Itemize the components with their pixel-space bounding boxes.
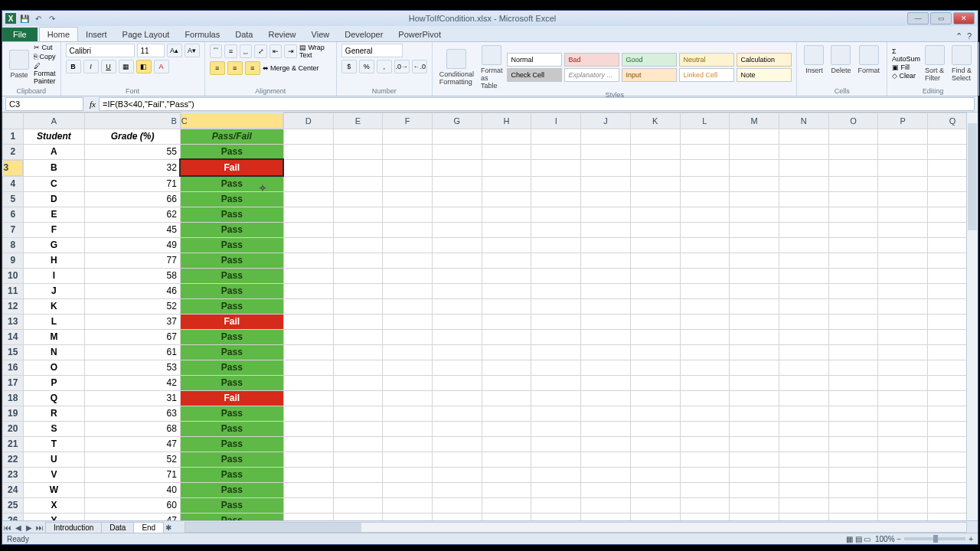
conditional-formatting-button[interactable]: Conditional Formatting	[437, 47, 476, 87]
cell-O22[interactable]	[828, 452, 878, 467]
cell-L24[interactable]	[680, 482, 730, 497]
cell-I2[interactable]	[531, 144, 581, 159]
cell-E1[interactable]	[333, 129, 383, 144]
align-left-icon[interactable]: ≡	[210, 61, 225, 75]
cell-H4[interactable]	[482, 176, 531, 191]
sheet-nav-next-icon[interactable]: ▶	[24, 523, 34, 532]
tab-page-layout[interactable]: Page Layout	[115, 28, 178, 41]
cell-P20[interactable]	[878, 421, 928, 436]
cell-P25[interactable]	[878, 497, 928, 513]
horizontal-scroll-thumb[interactable]	[185, 523, 361, 532]
cell-K15[interactable]	[630, 344, 680, 360]
cell-I11[interactable]	[531, 283, 581, 298]
cell-H21[interactable]	[482, 436, 531, 452]
cell-B5[interactable]: 66	[85, 191, 181, 207]
cell-E6[interactable]	[333, 207, 383, 222]
cell-D13[interactable]	[283, 314, 333, 329]
cell-P4[interactable]	[878, 176, 928, 191]
cell-A2[interactable]: A	[23, 144, 85, 159]
cell-L17[interactable]	[680, 375, 730, 390]
format-cells-button[interactable]: Format	[855, 44, 882, 76]
cell-H9[interactable]	[482, 253, 531, 268]
cell-A16[interactable]: O	[23, 360, 85, 375]
style-explanatory[interactable]: Explanatory ...	[564, 68, 619, 82]
cell-K14[interactable]	[630, 329, 680, 344]
insert-cells-button[interactable]: Insert	[802, 44, 826, 76]
cell-C10[interactable]: Pass	[180, 268, 283, 283]
cell-C1[interactable]: Pass/Fail	[180, 129, 283, 144]
cell-N1[interactable]	[779, 129, 828, 144]
cell-N16[interactable]	[779, 360, 828, 375]
zoom-slider[interactable]	[904, 537, 965, 540]
cell-C12[interactable]: Pass	[180, 298, 283, 314]
align-right-icon[interactable]: ≡	[245, 61, 260, 75]
cell-L7[interactable]	[680, 222, 730, 237]
cell-I24[interactable]	[531, 482, 581, 497]
cell-C23[interactable]: Pass	[180, 467, 283, 482]
cell-A22[interactable]: U	[23, 452, 85, 467]
cell-K21[interactable]	[630, 436, 680, 452]
cell-E23[interactable]	[333, 467, 383, 482]
cell-M17[interactable]	[730, 375, 779, 390]
cell-P6[interactable]	[878, 207, 928, 222]
col-header-M[interactable]: M	[730, 113, 779, 129]
cell-O13[interactable]	[828, 314, 878, 329]
cell-N7[interactable]	[779, 222, 828, 237]
row-header-7[interactable]: 7	[3, 222, 24, 237]
cell-N12[interactable]	[779, 298, 828, 314]
cell-F13[interactable]	[383, 314, 433, 329]
cell-D3[interactable]	[283, 159, 333, 176]
cell-K13[interactable]	[630, 314, 680, 329]
row-header-9[interactable]: 9	[3, 253, 24, 268]
cell-I20[interactable]	[531, 421, 581, 436]
cell-C14[interactable]: Pass	[180, 329, 283, 344]
cell-O11[interactable]	[828, 283, 878, 298]
cell-D22[interactable]	[283, 452, 333, 467]
cell-P11[interactable]	[878, 283, 928, 298]
cell-B1[interactable]: Grade (%)	[85, 129, 181, 144]
cell-F24[interactable]	[383, 482, 433, 497]
col-header-O[interactable]: O	[828, 113, 878, 129]
row-header-5[interactable]: 5	[3, 191, 24, 207]
cell-B2[interactable]: 55	[85, 144, 181, 159]
cell-B11[interactable]: 46	[85, 283, 181, 298]
cell-I4[interactable]	[531, 176, 581, 191]
row-header-17[interactable]: 17	[3, 375, 24, 390]
cell-I8[interactable]	[531, 237, 581, 253]
cell-M7[interactable]	[730, 222, 779, 237]
cell-A24[interactable]: W	[23, 482, 85, 497]
vertical-scroll-thumb[interactable]	[968, 123, 977, 230]
cell-F2[interactable]	[383, 144, 433, 159]
cell-K17[interactable]	[630, 375, 680, 390]
align-top-icon[interactable]: ⎴	[210, 44, 223, 58]
sheet-nav-prev-icon[interactable]: ◀	[13, 523, 24, 532]
vertical-scrollbar[interactable]	[966, 112, 978, 523]
cell-D23[interactable]	[283, 467, 333, 482]
cell-A7[interactable]: F	[23, 222, 85, 237]
tab-home[interactable]: Home	[39, 27, 78, 41]
sheet-nav-last-icon[interactable]: ⏭	[34, 523, 45, 532]
sheet-tab-data[interactable]: Data	[101, 522, 134, 533]
cell-L10[interactable]	[680, 268, 730, 283]
cell-P13[interactable]	[878, 314, 928, 329]
cell-J1[interactable]	[581, 129, 631, 144]
cell-H24[interactable]	[482, 482, 531, 497]
cell-K11[interactable]	[630, 283, 680, 298]
col-header-D[interactable]: D	[283, 113, 333, 129]
copy-button[interactable]: ⎘ Copy	[34, 53, 56, 60]
cell-K4[interactable]	[630, 176, 680, 191]
cell-C16[interactable]: Pass	[180, 360, 283, 375]
autosum-button[interactable]: Σ AutoSum	[892, 47, 920, 63]
col-header-K[interactable]: K	[630, 113, 680, 129]
cell-L18[interactable]	[680, 390, 730, 406]
cell-H5[interactable]	[482, 191, 531, 207]
cell-H8[interactable]	[482, 237, 531, 253]
cell-F7[interactable]	[383, 222, 433, 237]
cell-F16[interactable]	[383, 360, 433, 375]
cell-F8[interactable]	[383, 237, 433, 253]
tab-formulas[interactable]: Formulas	[177, 28, 227, 41]
cell-M10[interactable]	[730, 268, 779, 283]
cell-F11[interactable]	[383, 283, 433, 298]
cell-I7[interactable]	[531, 222, 581, 237]
cell-G14[interactable]	[433, 329, 482, 344]
